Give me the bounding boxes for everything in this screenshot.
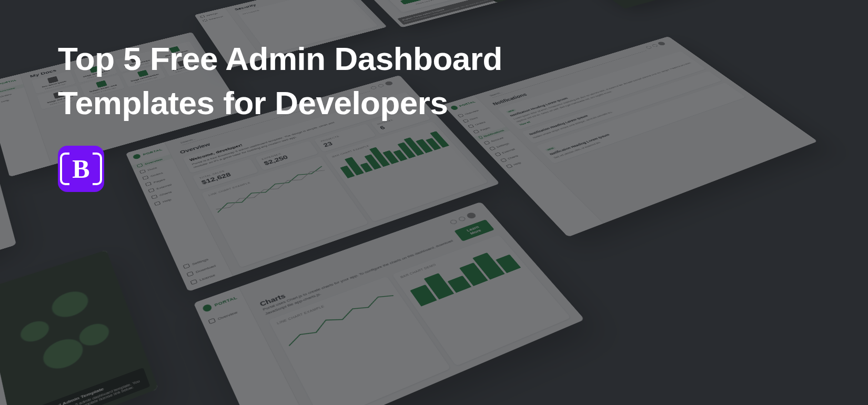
help-icon	[506, 164, 513, 168]
gear-icon[interactable]	[651, 44, 659, 47]
bootstrap-logo: B	[58, 146, 104, 192]
portal-logo-icon	[202, 303, 213, 312]
license-icon	[190, 279, 197, 285]
plant-image	[534, 0, 704, 9]
sidebar-item-help[interactable]: Help	[501, 155, 539, 170]
plant-image: Explore Portal Admin Template Portal is …	[0, 250, 158, 405]
hero: Top 5 Free Admin Dashboard Templates for…	[58, 37, 502, 192]
download-icon	[186, 271, 194, 277]
login-tile: Log in to Portal Remember me Log In No A…	[0, 250, 158, 405]
bell-icon[interactable]	[645, 46, 653, 49]
grid-icon	[208, 318, 216, 325]
gear-icon[interactable]	[458, 216, 467, 222]
gear-icon	[200, 15, 205, 18]
chart-icon	[151, 195, 157, 199]
charts-tile: PORTAL Overview Charts Portal uses Chart…	[194, 202, 585, 405]
bell-icon[interactable]	[449, 219, 458, 225]
avatar[interactable]	[466, 212, 477, 220]
help-icon	[154, 201, 161, 206]
bootstrap-logo-letter: B	[72, 154, 89, 184]
gear-icon	[183, 264, 190, 269]
avatar[interactable]	[657, 41, 666, 46]
headline: Top 5 Free Admin Dashboard Templates for…	[58, 37, 502, 125]
download-icon	[203, 19, 208, 22]
